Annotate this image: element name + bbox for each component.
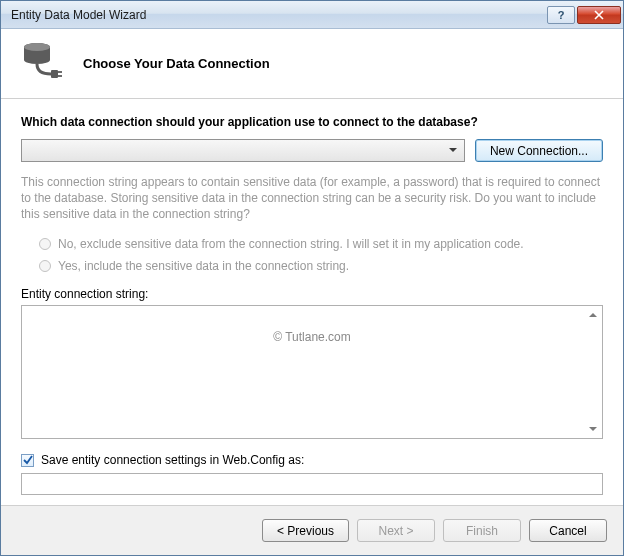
next-button: Next > <box>357 519 435 542</box>
titlebar-buttons: ? <box>545 6 621 24</box>
help-icon: ? <box>558 9 565 21</box>
connection-prompt: Which data connection should your applic… <box>21 115 603 129</box>
sensitive-info-text: This connection string appears to contai… <box>21 174 603 223</box>
chevron-down-icon <box>445 142 462 159</box>
wizard-footer: < Previous Next > Finish Cancel <box>1 505 623 555</box>
save-settings-checkbox-row: Save entity connection settings in Web.C… <box>21 453 603 467</box>
entity-string-label: Entity connection string: <box>21 287 603 301</box>
page-title: Choose Your Data Connection <box>83 56 270 71</box>
previous-label: < Previous <box>277 524 334 538</box>
finish-label: Finish <box>466 524 498 538</box>
help-button[interactable]: ? <box>547 6 575 24</box>
cancel-button[interactable]: Cancel <box>529 519 607 542</box>
watermark-text: © Tutlane.com <box>273 330 351 344</box>
radio-exclude: No, exclude sensitive data from the conn… <box>39 237 603 251</box>
check-icon <box>23 455 33 465</box>
wizard-header: Choose Your Data Connection <box>1 29 623 99</box>
wizard-window: Entity Data Model Wizard ? <box>0 0 624 556</box>
database-plug-icon <box>19 42 63 86</box>
connection-row: New Connection... <box>21 139 603 162</box>
content-area: Which data connection should your applic… <box>1 99 623 505</box>
svg-rect-2 <box>51 70 58 78</box>
titlebar: Entity Data Model Wizard ? <box>1 1 623 29</box>
new-connection-button[interactable]: New Connection... <box>475 139 603 162</box>
connection-combobox[interactable] <box>21 139 465 162</box>
radio-exclude-label: No, exclude sensitive data from the conn… <box>58 237 524 251</box>
svg-point-1 <box>24 43 50 51</box>
save-settings-checkbox[interactable] <box>21 454 34 467</box>
radio-include-label: Yes, include the sensitive data in the c… <box>58 259 349 273</box>
radio-include: Yes, include the sensitive data in the c… <box>39 259 603 273</box>
scroll-up-icon[interactable] <box>585 307 600 322</box>
radio-icon <box>39 260 51 272</box>
close-icon <box>594 10 604 20</box>
previous-button[interactable]: < Previous <box>262 519 349 542</box>
next-label: Next > <box>378 524 413 538</box>
window-title: Entity Data Model Wizard <box>11 8 545 22</box>
entity-connection-string-textarea[interactable]: © Tutlane.com <box>21 305 603 439</box>
finish-button: Finish <box>443 519 521 542</box>
cancel-label: Cancel <box>549 524 586 538</box>
scroll-down-icon[interactable] <box>585 422 600 437</box>
close-button[interactable] <box>577 6 621 24</box>
save-settings-label: Save entity connection settings in Web.C… <box>41 453 304 467</box>
save-settings-name-input[interactable] <box>21 473 603 495</box>
new-connection-label: New Connection... <box>490 144 588 158</box>
radio-icon <box>39 238 51 250</box>
